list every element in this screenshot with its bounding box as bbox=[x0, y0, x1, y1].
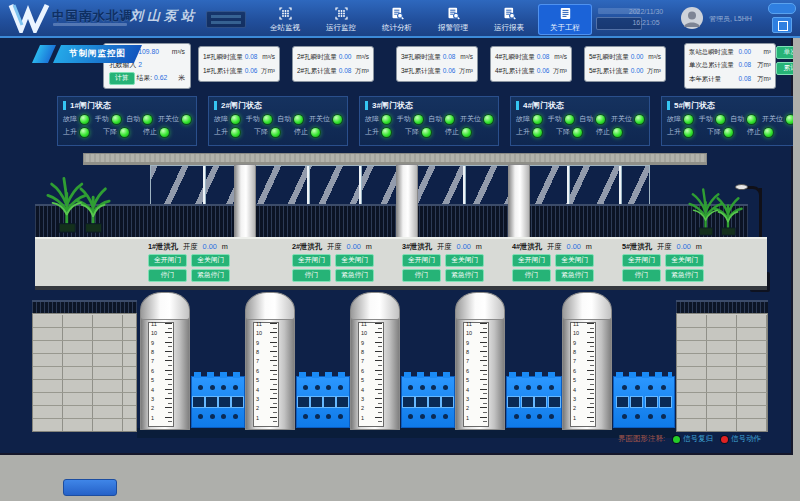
close-gate-button[interactable]: 全关闸门 bbox=[665, 254, 704, 267]
window-frame-divider bbox=[619, 166, 621, 204]
gate-bolt bbox=[537, 385, 542, 390]
status-indicator: 下降 bbox=[405, 127, 431, 137]
ruler-number: 2 bbox=[256, 406, 259, 412]
nav-item-4[interactable]: 报警管理 bbox=[426, 4, 480, 35]
time-text: 16:21:05 bbox=[620, 17, 672, 28]
close-gate-button[interactable]: 全关闸门 bbox=[555, 254, 594, 267]
ruler-number: 1 bbox=[256, 416, 259, 422]
status-indicator: 停止 bbox=[143, 127, 169, 137]
total-unit: m³ bbox=[753, 48, 771, 55]
doc-search-icon bbox=[503, 7, 516, 21]
window-frame-divider bbox=[567, 166, 569, 204]
total-label: 本年累计量 bbox=[689, 75, 721, 84]
legend-item-text: 信号动作 bbox=[731, 434, 761, 444]
nav-item-6[interactable]: 关于工程 bbox=[538, 4, 592, 35]
flow-value: 0.00 bbox=[339, 53, 352, 60]
close-gate-button[interactable]: 全关闸门 bbox=[191, 254, 230, 267]
flow-label: 1#孔瞬时流量 bbox=[203, 53, 243, 62]
nav-item-5[interactable]: 运行报表 bbox=[482, 4, 536, 35]
fullscreen-button[interactable] bbox=[772, 17, 792, 33]
status-label: 手动 bbox=[548, 114, 562, 124]
ruler-number: 10 bbox=[573, 331, 579, 337]
ruler-number: 9 bbox=[256, 341, 259, 347]
status-indicator: 开关位 bbox=[762, 114, 795, 124]
field-value[interactable]: 109.80 bbox=[138, 48, 159, 55]
ruler-number: 11 bbox=[466, 322, 472, 328]
green-led-icon bbox=[684, 115, 693, 124]
emergency-stop-button[interactable]: 紧急停门 bbox=[665, 269, 704, 282]
stop-gate-button[interactable]: 停门 bbox=[148, 269, 187, 282]
ruler-unit: 1 bbox=[464, 417, 488, 426]
emergency-stop-button[interactable]: 紧急停门 bbox=[335, 269, 374, 282]
ruler-number: 6 bbox=[466, 369, 469, 375]
close-gate-button[interactable]: 全关闸门 bbox=[335, 254, 374, 267]
gate-bolt bbox=[198, 385, 203, 390]
green-led-icon bbox=[160, 128, 169, 137]
status-indicator: 下降 bbox=[103, 127, 129, 137]
taskbar-button[interactable] bbox=[63, 479, 117, 496]
status-indicator: 上升 bbox=[516, 127, 542, 137]
accent-bar bbox=[516, 101, 519, 110]
gate-panel-block bbox=[415, 396, 428, 408]
banner-accent bbox=[32, 45, 56, 63]
right-abutment-wall bbox=[676, 313, 768, 432]
station-title: 刘山泵站 bbox=[130, 7, 198, 25]
open-gate-button[interactable]: 全开闸门 bbox=[148, 254, 187, 267]
flow-label: 4#孔瞬时流量 bbox=[495, 53, 535, 62]
gate-bolt bbox=[443, 414, 448, 419]
gate-panel-block bbox=[645, 396, 658, 408]
stop-gate-button[interactable]: 停门 bbox=[402, 269, 441, 282]
gate-bolt bbox=[315, 385, 320, 390]
nav-item-1[interactable]: 全站监视 bbox=[258, 4, 312, 35]
gate-status-title: 3#闸门状态 bbox=[372, 100, 413, 111]
close-gate-button[interactable]: 全关闸门 bbox=[445, 254, 484, 267]
nav-item-2[interactable]: 运行监控 bbox=[314, 4, 368, 35]
status-indicator: 手动 bbox=[548, 114, 574, 124]
flow-panel-2: 2#孔瞬时流量0.00m³/s2#孔累计流量0.08万m³ bbox=[292, 46, 374, 82]
gate-bolt bbox=[338, 414, 343, 419]
window-frame-divider bbox=[463, 166, 465, 204]
open-gate-button[interactable]: 全开闸门 bbox=[622, 254, 661, 267]
hole-label: 1#泄洪孔 bbox=[148, 242, 178, 252]
flow-unit: 万m³ bbox=[355, 67, 369, 76]
ruler-number: 7 bbox=[466, 359, 469, 365]
status-label: 开关位 bbox=[611, 114, 632, 124]
gate-bolt bbox=[210, 414, 215, 419]
field-value[interactable]: 2 bbox=[138, 61, 142, 68]
status-indicator: 手动 bbox=[246, 114, 272, 124]
ruler-number: 5 bbox=[466, 378, 469, 384]
stop-gate-button[interactable]: 停门 bbox=[512, 269, 551, 282]
status-indicator: 停止 bbox=[445, 127, 471, 137]
station-totals-panel: 泵站总瞬时流量 0.00 m³ 单次总累计流量 0.08 万m³ 本年累计量 0… bbox=[684, 43, 776, 89]
open-gate-button[interactable]: 全开闸门 bbox=[512, 254, 551, 267]
open-gate-button[interactable]: 全开闸门 bbox=[292, 254, 331, 267]
ruler-number: 2 bbox=[361, 406, 364, 412]
stop-gate-button[interactable]: 停门 bbox=[622, 269, 661, 282]
calculate-button[interactable]: 计算 bbox=[109, 72, 135, 85]
ruler-number: 1 bbox=[573, 416, 576, 422]
total-unit: 万m³ bbox=[753, 61, 771, 70]
gate-bolt bbox=[648, 414, 653, 419]
page-title-text: 节制闸监控图 bbox=[69, 48, 126, 60]
status-indicator: 手动 bbox=[699, 114, 725, 124]
user-avatar[interactable] bbox=[680, 6, 704, 30]
nav-item-3[interactable]: 统计分析 bbox=[370, 4, 424, 35]
radial-gate-2 bbox=[296, 376, 350, 428]
emergency-stop-button[interactable]: 紧急停门 bbox=[445, 269, 484, 282]
header-pill-button[interactable] bbox=[768, 3, 796, 14]
flow-value: 0.06 bbox=[537, 67, 550, 74]
open-gate-button[interactable]: 全开闸门 bbox=[402, 254, 441, 267]
gate-panel-block bbox=[336, 396, 349, 408]
ruler-number: 9 bbox=[573, 341, 576, 347]
left-abutment-wall bbox=[32, 313, 137, 432]
emergency-stop-button[interactable]: 紧急停门 bbox=[191, 269, 230, 282]
gate-bolt bbox=[210, 385, 215, 390]
flow-panel-5: 5#孔瞬时流量0.00m³/s5#孔累计流量0.00万m³ bbox=[584, 46, 666, 82]
stop-gate-button[interactable]: 停门 bbox=[292, 269, 331, 282]
opening-label: 开度 bbox=[657, 242, 672, 252]
opening-value: 0.00 bbox=[347, 242, 361, 251]
emergency-stop-button[interactable]: 紧急停门 bbox=[555, 269, 594, 282]
status-label: 上升 bbox=[667, 127, 681, 137]
app-logo-icon bbox=[8, 3, 50, 33]
gate-bolt bbox=[303, 385, 308, 390]
